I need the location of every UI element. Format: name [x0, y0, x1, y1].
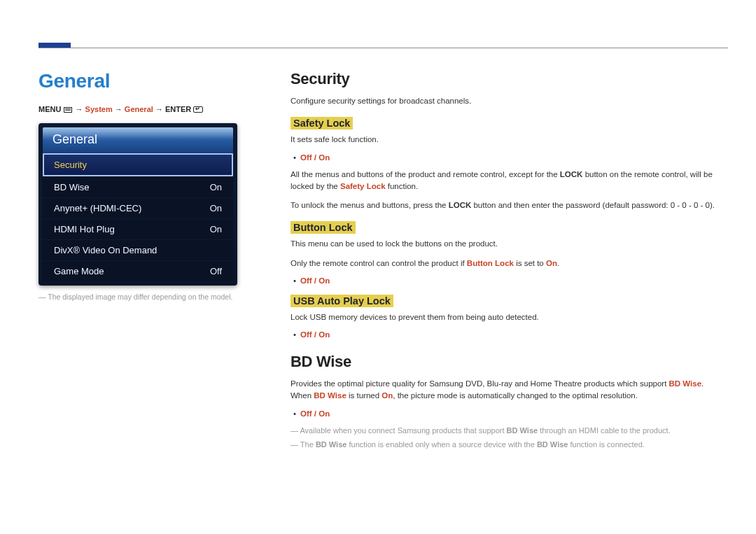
- bdwise-note1: Available when you connect Samsung produ…: [290, 425, 718, 437]
- button-lock-desc1: This menu can be used to lock the button…: [290, 238, 718, 250]
- breadcrumb-arrow: →: [155, 105, 163, 113]
- button-lock-desc2: Only the remote control can control the …: [290, 258, 718, 269]
- tv-menu-row-value: On: [210, 203, 222, 213]
- tv-menu-row-label: Anynet+ (HDMI-CEC): [54, 203, 141, 213]
- tv-menu-row-divx[interactable]: DivX® Video On Demand: [43, 239, 233, 260]
- breadcrumb: MENU → System → General → ENTER: [38, 105, 248, 113]
- safety-lock-desc3: To unlock the menus and buttons, press t…: [290, 199, 718, 211]
- page-title: General: [38, 70, 248, 92]
- tv-menu-row-label: DivX® Video On Demand: [54, 245, 157, 255]
- menu-icon: [64, 107, 72, 113]
- tv-menu-row-value: On: [210, 224, 222, 234]
- usb-lock-desc: Lock USB memory devices to prevent them …: [290, 311, 718, 323]
- breadcrumb-arrow: →: [76, 105, 83, 113]
- security-heading: Security: [290, 70, 718, 88]
- tv-menu-row-label: HDMI Hot Plug: [54, 224, 115, 234]
- header-rule: [38, 48, 728, 48]
- tv-menu-row-anynet[interactable]: Anynet+ (HDMI-CEC) On: [43, 197, 233, 218]
- safety-lock-desc2: All the menus and buttons of the product…: [290, 169, 718, 193]
- tv-menu-row-gamemode[interactable]: Game Mode Off: [43, 260, 233, 281]
- tv-menu-row-hdmihotplug[interactable]: HDMI Hot Plug On: [43, 218, 233, 239]
- breadcrumb-arrow: →: [115, 105, 122, 113]
- off-on-text: Off / On: [300, 330, 330, 339]
- option-off-on: Off / On: [300, 330, 718, 339]
- off-on-text: Off / On: [300, 409, 330, 418]
- tv-menu-row-bdwise[interactable]: BD Wise On: [43, 176, 233, 197]
- tv-menu-row-label: Security: [54, 160, 87, 170]
- usb-lock-heading: USB Auto Play Lock: [290, 295, 393, 307]
- breadcrumb-system: System: [85, 105, 113, 113]
- tv-menu-footnote: The displayed image may differ depending…: [38, 293, 248, 301]
- breadcrumb-menu: MENU: [38, 105, 61, 113]
- bdwise-note2: The BD Wise function is enabled only whe…: [290, 439, 718, 451]
- bdwise-heading: BD Wise: [290, 353, 718, 371]
- bdwise-desc: Provides the optimal picture quality for…: [290, 378, 718, 402]
- safety-lock-desc1: It sets safe lock function.: [290, 134, 718, 146]
- button-lock-heading: Button Lock: [290, 221, 356, 234]
- tv-menu-row-value: Off: [210, 266, 222, 276]
- breadcrumb-enter: ENTER: [165, 105, 191, 113]
- option-off-on: Off / On: [300, 409, 718, 418]
- tv-menu-row-label: Game Mode: [54, 266, 104, 276]
- tv-menu-row-security[interactable]: Security: [43, 153, 233, 176]
- tv-menu-row-value: On: [210, 182, 222, 192]
- tv-menu-panel: General Security BD Wise On Anynet+ (HDM…: [38, 123, 237, 286]
- tv-menu-row-label: BD Wise: [54, 182, 90, 192]
- tv-menu-header: General: [43, 127, 233, 153]
- option-off-on: Off / On: [300, 153, 718, 162]
- off-on-text: Off / On: [300, 153, 330, 162]
- safety-lock-heading: Safety Lock: [290, 117, 353, 129]
- enter-icon: [193, 106, 203, 113]
- security-desc: Configure security settings for broadcas…: [290, 95, 718, 107]
- breadcrumb-general: General: [125, 105, 153, 113]
- off-on-text: Off / On: [300, 276, 330, 285]
- option-off-on: Off / On: [300, 276, 718, 285]
